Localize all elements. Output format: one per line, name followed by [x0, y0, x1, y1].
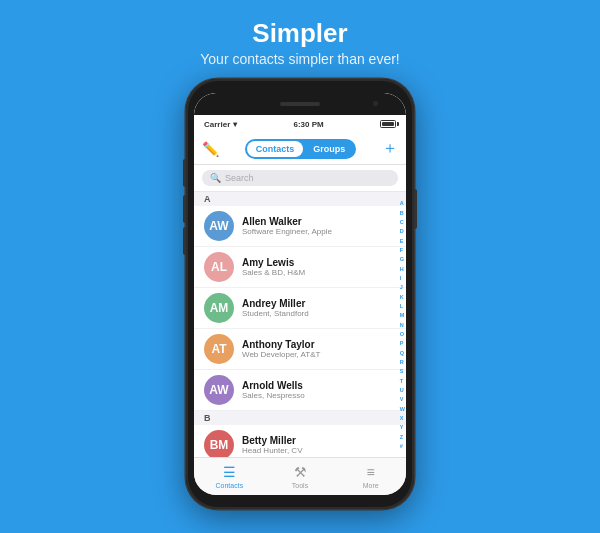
section-header-b: B: [194, 411, 406, 425]
speaker: [280, 102, 320, 106]
contact-detail: Web Developer, AT&T: [242, 350, 396, 359]
tab-item-contacts[interactable]: ☰ Contacts: [194, 464, 265, 489]
contact-item[interactable]: AW Arnold Wells Sales, Nespresso: [194, 370, 406, 411]
avatar: AT: [204, 334, 234, 364]
contact-info: Amy Lewis Sales & BD, H&M: [242, 257, 396, 277]
tab-item-more[interactable]: ≡ More: [335, 464, 406, 489]
contacts-list: A AW Allen Walker Software Engineer, App…: [194, 192, 406, 457]
contact-name: Allen Walker: [242, 216, 396, 227]
contact-detail: Software Engineer, Apple: [242, 227, 396, 236]
avatar: AW: [204, 375, 234, 405]
contact-name: Betty Miller: [242, 435, 396, 446]
phone-screen: Carrier ▾ 6:30 PM ✏️ Contacts Groups ＋: [194, 93, 406, 495]
phone-mockup: Carrier ▾ 6:30 PM ✏️ Contacts Groups ＋: [186, 79, 414, 509]
contact-info: Andrey Miller Student, Standford: [242, 298, 396, 318]
app-title: Simpler: [200, 18, 399, 49]
tab-item-tools[interactable]: ⚒ Tools: [265, 464, 336, 489]
nav-tabs: Contacts Groups: [245, 139, 357, 159]
search-wrapper[interactable]: 🔍 Search: [202, 170, 398, 186]
search-bar: 🔍 Search: [194, 165, 406, 192]
contact-item[interactable]: AL Amy Lewis Sales & BD, H&M: [194, 247, 406, 288]
search-icon: 🔍: [210, 173, 221, 183]
status-bar: Carrier ▾ 6:30 PM: [194, 115, 406, 133]
contact-name: Anthony Taylor: [242, 339, 396, 350]
status-time: 6:30 PM: [294, 120, 324, 129]
battery-icon: [380, 120, 396, 128]
edit-icon[interactable]: ✏️: [202, 141, 219, 157]
section-header-a: A: [194, 192, 406, 206]
contacts-tab-icon: ☰: [223, 464, 236, 480]
more-tab-icon: ≡: [367, 464, 375, 480]
contact-name: Andrey Miller: [242, 298, 396, 309]
status-right: [380, 120, 396, 128]
contact-detail: Student, Standford: [242, 309, 396, 318]
bottom-tab-bar: ☰ Contacts ⚒ Tools ≡ More: [194, 457, 406, 495]
contact-item[interactable]: AT Anthony Taylor Web Developer, AT&T: [194, 329, 406, 370]
contact-info: Betty Miller Head Hunter, CV: [242, 435, 396, 455]
add-icon[interactable]: ＋: [382, 138, 398, 159]
more-tab-label: More: [363, 482, 379, 489]
contact-info: Arnold Wells Sales, Nespresso: [242, 380, 396, 400]
contact-detail: Sales, Nespresso: [242, 391, 396, 400]
contact-info: Allen Walker Software Engineer, Apple: [242, 216, 396, 236]
contact-detail: Head Hunter, CV: [242, 446, 396, 455]
battery-fill: [382, 122, 394, 126]
avatar: AM: [204, 293, 234, 323]
search-placeholder: Search: [225, 173, 254, 183]
app-header: Simpler Your contacts simpler than ever!: [200, 18, 399, 67]
wifi-icon: ▾: [233, 120, 237, 129]
contact-name: Amy Lewis: [242, 257, 396, 268]
carrier-label: Carrier: [204, 120, 230, 129]
contact-item[interactable]: AW Allen Walker Software Engineer, Apple: [194, 206, 406, 247]
avatar: AL: [204, 252, 234, 282]
tools-tab-label: Tools: [292, 482, 308, 489]
contacts-tab-label: Contacts: [216, 482, 244, 489]
alphabet-index[interactable]: A B C D E F G H I J K L M N O P Q: [400, 200, 405, 449]
contact-name: Arnold Wells: [242, 380, 396, 391]
contact-item[interactable]: BM Betty Miller Head Hunter, CV: [194, 425, 406, 457]
phone-notch: [194, 93, 406, 115]
tools-tab-icon: ⚒: [294, 464, 307, 480]
tab-contacts[interactable]: Contacts: [247, 141, 304, 157]
phone-frame: Carrier ▾ 6:30 PM ✏️ Contacts Groups ＋: [186, 79, 414, 509]
status-left: Carrier ▾: [204, 120, 237, 129]
tab-groups[interactable]: Groups: [304, 141, 354, 157]
avatar: BM: [204, 430, 234, 457]
contact-item[interactable]: AM Andrey Miller Student, Standford: [194, 288, 406, 329]
camera: [373, 101, 378, 106]
avatar: AW: [204, 211, 234, 241]
app-navbar: ✏️ Contacts Groups ＋: [194, 133, 406, 165]
contact-detail: Sales & BD, H&M: [242, 268, 396, 277]
contact-info: Anthony Taylor Web Developer, AT&T: [242, 339, 396, 359]
app-subtitle: Your contacts simpler than ever!: [200, 51, 399, 67]
